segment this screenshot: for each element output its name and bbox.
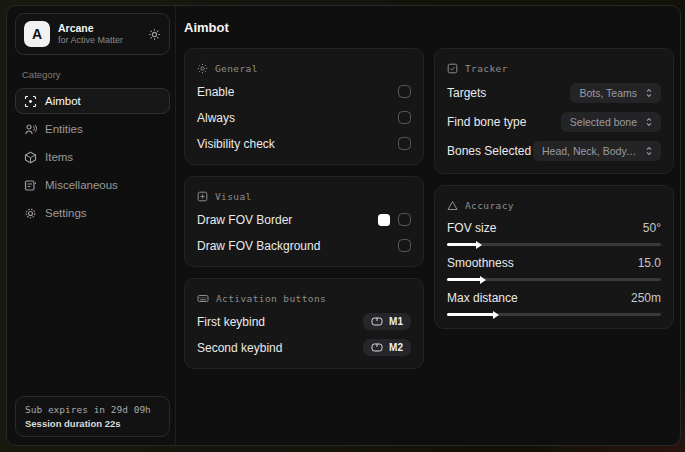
activation-card: Activation buttons First keybind M1 [184, 278, 424, 369]
dropdown-value: Head, Neck, Body, Pe... [542, 145, 637, 157]
sidebar-item-aimbot[interactable]: Aimbot [15, 88, 170, 114]
slider-value: 50° [643, 221, 661, 235]
tracker-label: Find bone type [447, 115, 526, 129]
sidebar-item-label: Entities [45, 123, 83, 135]
slider-label: Max distance [447, 291, 518, 305]
setting-row-enable: Enable [197, 83, 411, 100]
section-title: General [215, 63, 258, 74]
keyboard-icon [197, 293, 209, 304]
sub-expires-text: Sub expires in 29d 09h [25, 404, 160, 415]
general-card: General Enable Always Visibility check [184, 48, 424, 165]
tracker-icon [447, 63, 458, 74]
first-keybind-button[interactable]: M1 [363, 313, 411, 330]
page-title: Aimbot [184, 20, 672, 35]
dropdown-value: Bots, Teams [579, 87, 637, 99]
category-label: Category [22, 69, 170, 80]
gear-icon [24, 207, 37, 220]
brand-text: Arcane for Active Matter [58, 22, 140, 46]
slider-value: 250m [631, 291, 661, 305]
accuracy-triangle-icon [447, 200, 458, 211]
entities-icon [24, 123, 37, 136]
setting-row-draw-fov-border: Draw FOV Border [197, 211, 411, 228]
slider-group-max-distance: Max distance 250m [447, 291, 661, 316]
keybind-row-second: Second keybind M2 [197, 339, 411, 356]
smoothness-slider[interactable] [447, 278, 661, 281]
mouse-icon [371, 317, 383, 326]
frame-icon [197, 191, 208, 202]
setting-row-draw-fov-background: Draw FOV Background [197, 237, 411, 254]
tracker-row-targets: Targets Bots, Teams [447, 83, 661, 103]
sidebar-item-label: Settings [45, 207, 87, 219]
keybind-row-first: First keybind M1 [197, 313, 411, 330]
second-keybind-button[interactable]: M2 [363, 339, 411, 356]
sidebar-item-label: Aimbot [45, 95, 81, 107]
tracker-card: Tracker Targets Bots, Teams [434, 48, 674, 174]
draw-fov-border-checkbox[interactable] [398, 213, 411, 226]
mouse-icon [371, 343, 383, 352]
left-column: General Enable Always Visibility check [184, 48, 424, 369]
sun-settings-icon [197, 63, 208, 74]
max-distance-slider[interactable] [447, 313, 661, 316]
tracker-row-find-bone-type: Find bone type Selected bone [447, 112, 661, 132]
visual-card: Visual Draw FOV Border Draw FOV Backgrou… [184, 176, 424, 267]
keybind-value: M2 [389, 342, 403, 353]
unfold-icon [644, 117, 654, 127]
setting-label: Enable [197, 85, 234, 99]
sidebar-item-items[interactable]: Items [15, 144, 170, 170]
slider-fill [447, 243, 477, 246]
slider-label: Smoothness [447, 256, 514, 270]
setting-label: Visibility check [197, 137, 275, 151]
unfold-icon [644, 146, 654, 156]
sidebar-item-miscellaneous[interactable]: Miscellaneous [15, 172, 170, 198]
tracker-label: Bones Selected [447, 144, 531, 158]
section-title: Tracker [465, 63, 508, 74]
app-name: Arcane [58, 22, 140, 35]
fov-size-slider[interactable] [447, 243, 661, 246]
enable-checkbox[interactable] [398, 85, 411, 98]
section-title: Activation buttons [216, 293, 326, 304]
visibility-check-checkbox[interactable] [398, 137, 411, 150]
setting-row-always: Always [197, 109, 411, 126]
app-logo: A [24, 21, 50, 47]
keybind-value: M1 [389, 316, 403, 327]
unfold-icon [644, 88, 654, 98]
tracker-row-bones-selected: Bones Selected Head, Neck, Body, Pe... [447, 141, 661, 161]
cube-icon [24, 151, 37, 164]
sidebar: A Arcane for Active Matter Category Aimb [7, 6, 176, 445]
setting-label: Draw FOV Background [197, 239, 320, 253]
slider-value: 15.0 [638, 256, 661, 270]
subscription-info-card: Sub expires in 29d 09h Session duration … [15, 396, 170, 437]
sidebar-item-entities[interactable]: Entities [15, 116, 170, 142]
setting-row-visibility-check: Visibility check [197, 135, 411, 152]
setting-label: Draw FOV Border [197, 213, 292, 227]
keybind-label: First keybind [197, 315, 265, 329]
always-checkbox[interactable] [398, 111, 411, 124]
slider-label: FOV size [447, 221, 496, 235]
session-duration-text: Session duration 22s [25, 418, 160, 429]
tracker-label: Targets [447, 86, 486, 100]
gear-icon[interactable] [148, 28, 161, 41]
crosshair-scan-icon [24, 95, 37, 108]
sidebar-item-settings[interactable]: Settings [15, 200, 170, 226]
section-title: Accuracy [465, 200, 514, 211]
targets-dropdown[interactable]: Bots, Teams [570, 83, 661, 103]
fov-border-color-swatch[interactable] [378, 214, 390, 226]
slider-fill [447, 278, 481, 281]
dropdown-value: Selected bone [570, 116, 637, 128]
keybind-label: Second keybind [197, 341, 282, 355]
slider-fill [447, 313, 494, 316]
sidebar-item-label: Items [45, 151, 73, 163]
slider-group-fov-size: FOV size 50° [447, 221, 661, 246]
bones-selected-dropdown[interactable]: Head, Neck, Body, Pe... [533, 141, 661, 161]
sidebar-item-label: Miscellaneous [45, 179, 118, 191]
list-icon [24, 179, 37, 192]
find-bone-type-dropdown[interactable]: Selected bone [561, 112, 661, 132]
right-column: Tracker Targets Bots, Teams [434, 48, 674, 329]
brand-card: A Arcane for Active Matter [15, 13, 170, 55]
section-title: Visual [215, 191, 252, 202]
draw-fov-background-checkbox[interactable] [398, 239, 411, 252]
app-subtitle: for Active Matter [58, 35, 140, 46]
app-window: A Arcane for Active Matter Category Aimb [6, 5, 681, 446]
setting-label: Always [197, 111, 235, 125]
main-panel: Aimbot General [176, 6, 680, 445]
